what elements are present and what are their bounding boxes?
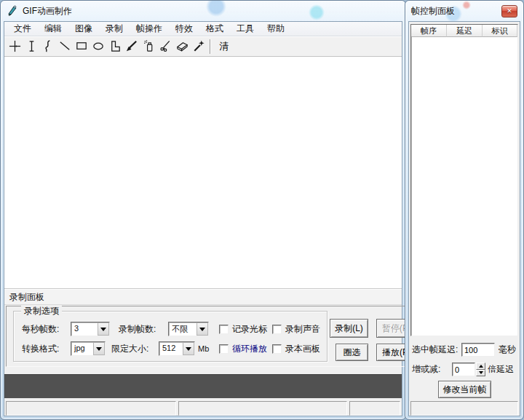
- checkbox-box[interactable]: [219, 325, 229, 334]
- dark-bar: [4, 374, 402, 398]
- step-spinner: [476, 362, 485, 376]
- format-combobox[interactable]: jpg: [71, 341, 106, 356]
- app-icon: [7, 4, 18, 18]
- frame-control-panel: 帧控制面板 ✕ 帧序 延迟 标识 选中帧延迟: 毫秒 增或减:: [405, 0, 524, 420]
- cut-tool-icon[interactable]: [157, 38, 174, 55]
- text-tool-icon[interactable]: [23, 38, 40, 55]
- chevron-down-icon: [100, 328, 106, 331]
- menu-file[interactable]: 文件: [9, 21, 36, 36]
- step-label: 增或减:: [412, 362, 440, 376]
- fps-value: 3: [71, 322, 98, 336]
- chevron-down-icon: [479, 371, 483, 374]
- polygon-tool-icon[interactable]: [107, 38, 124, 55]
- size-limit-label: 限定大小:: [111, 341, 148, 356]
- checkbox-box[interactable]: [272, 325, 282, 334]
- record-panel-caption: 录制面板: [4, 289, 402, 305]
- record-cursor-label: 记录光标: [232, 323, 267, 336]
- apply-current-frame-button[interactable]: 修改当前帧: [438, 381, 491, 398]
- chevron-down-icon: [199, 328, 205, 331]
- line-tool-icon[interactable]: [57, 38, 74, 55]
- record-sound-checkbox[interactable]: 录制声音: [272, 322, 320, 336]
- menu-edit[interactable]: 编辑: [40, 21, 66, 36]
- frame-panel-statusbar: [410, 401, 518, 416]
- spacer: [4, 369, 402, 374]
- crosshair-tool-icon[interactable]: [7, 38, 23, 55]
- ellipse-tool-icon[interactable]: [90, 38, 107, 55]
- record-board-checkbox[interactable]: 录本画板: [272, 341, 320, 356]
- menu-format[interactable]: 格式: [202, 21, 228, 36]
- spray-tool-icon[interactable]: [140, 38, 157, 55]
- clear-button[interactable]: 清: [215, 38, 234, 55]
- selected-delay-input[interactable]: [461, 343, 495, 357]
- arrow-tool-icon[interactable]: [124, 38, 140, 55]
- format-value: jpg: [71, 342, 93, 355]
- rectangle-tool-icon[interactable]: [74, 38, 90, 55]
- format-dropdown-button[interactable]: [93, 342, 105, 355]
- toolbar: 清: [4, 36, 402, 57]
- statusbar-cell: [349, 401, 400, 416]
- checkbox-box[interactable]: [272, 344, 282, 354]
- eraser-tool-icon[interactable]: [174, 38, 191, 55]
- menu-image[interactable]: 图像: [71, 21, 97, 36]
- menu-help[interactable]: 帮助: [263, 21, 289, 36]
- column-header-delay[interactable]: 延迟: [447, 25, 483, 37]
- menu-frame-ops[interactable]: 帧操作: [132, 21, 167, 36]
- milliseconds-label: 毫秒: [499, 342, 516, 357]
- record-cursor-checkbox[interactable]: 记录光标: [219, 322, 267, 336]
- frame-count-label: 录制帧数:: [119, 322, 156, 336]
- record-sound-label: 录制声音: [285, 323, 320, 336]
- frame-list[interactable]: 帧序 延迟 标识: [410, 24, 518, 336]
- fps-dropdown-button[interactable]: [98, 322, 109, 336]
- times-delay-label: 倍延迟: [488, 362, 514, 376]
- loop-play-checkbox[interactable]: 循环播放: [219, 341, 267, 356]
- main-statusbar: [4, 401, 402, 416]
- frame-count-dropdown-button[interactable]: [196, 322, 208, 336]
- selected-delay-label: 选中帧延迟:: [412, 342, 458, 357]
- menubar: 文件 编辑 图像 录制 帧操作 特效 格式 工具 帮助: [4, 22, 402, 36]
- step-input[interactable]: [452, 362, 475, 376]
- record-board-label: 录本画板: [285, 343, 320, 355]
- chevron-down-icon: [96, 347, 102, 351]
- size-unit-label: Mb: [198, 341, 209, 356]
- record-button[interactable]: 录制(L): [330, 319, 368, 338]
- column-header-mark[interactable]: 标识: [483, 25, 517, 37]
- menu-tools[interactable]: 工具: [232, 21, 258, 36]
- size-limit-combobox[interactable]: 512: [159, 341, 195, 356]
- picker-tool-icon[interactable]: [191, 38, 207, 55]
- drawing-canvas[interactable]: [4, 57, 402, 289]
- record-panel-caption-label: 录制面板: [9, 291, 44, 304]
- main-window-title: GIF动画制作: [23, 5, 72, 17]
- column-header-frame-index[interactable]: 帧序: [411, 25, 447, 37]
- close-icon: ✕: [507, 8, 512, 15]
- spinner-up-button[interactable]: [476, 362, 485, 370]
- curve-tool-icon[interactable]: [40, 38, 57, 55]
- marquee-select-button[interactable]: 圈选: [336, 344, 368, 361]
- menu-record[interactable]: 录制: [101, 21, 127, 36]
- menu-effects[interactable]: 特效: [171, 21, 197, 36]
- frame-panel-titlebar[interactable]: 帧控制面板 ✕: [405, 1, 523, 21]
- main-client-area: 文件 编辑 图像 录制 帧操作 特效 格式 工具 帮助: [4, 21, 402, 416]
- size-limit-value: 512: [159, 342, 183, 355]
- format-label: 转换格式:: [22, 341, 59, 356]
- fps-label: 每秒帧数:: [22, 322, 59, 336]
- main-titlebar[interactable]: GIF动画制作: [1, 1, 405, 21]
- statusbar-cell: [178, 401, 347, 416]
- desktop: GIF动画制作 文件 编辑 图像 录制 帧操作 特效 格式 工具 帮助: [0, 0, 524, 420]
- checkbox-box[interactable]: [219, 344, 229, 354]
- loop-play-label: 循环播放: [232, 343, 267, 355]
- toolbar-separator: [210, 39, 211, 54]
- statusbar-cell: [6, 401, 176, 416]
- main-window: GIF动画制作 文件 编辑 图像 录制 帧操作 特效 格式 工具 帮助: [0, 0, 406, 420]
- record-options-group-title: 录制选项: [21, 306, 62, 316]
- close-button[interactable]: ✕: [501, 5, 517, 17]
- spinner-down-button[interactable]: [476, 370, 485, 377]
- record-panel: 录制选项 每秒帧数: 3 录制帧数: 不限 记录光标: [4, 305, 402, 369]
- frame-count-combobox[interactable]: 不限: [168, 322, 209, 336]
- size-limit-dropdown-button[interactable]: [183, 342, 194, 355]
- chevron-up-icon: [479, 365, 483, 368]
- frame-panel-client: 帧序 延迟 标识 选中帧延迟: 毫秒 增或减: 倍延迟 修改当前帧: [408, 21, 520, 416]
- frame-count-value: 不限: [169, 322, 196, 336]
- frame-panel-title: 帧控制面板: [411, 5, 455, 17]
- fps-combobox[interactable]: 3: [71, 322, 110, 336]
- frame-list-header: 帧序 延迟 标识: [411, 25, 517, 37]
